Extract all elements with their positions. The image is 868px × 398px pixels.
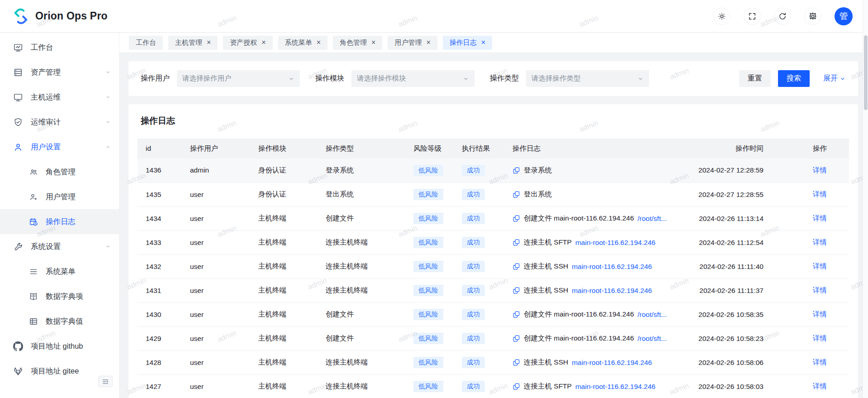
close-icon[interactable]: × bbox=[371, 39, 375, 46]
op-module-select[interactable]: 请选择操作模块 bbox=[351, 70, 474, 87]
tab-workbench[interactable]: 工作台 bbox=[129, 36, 163, 50]
detail-link[interactable]: 详情 bbox=[813, 166, 827, 174]
search-button[interactable]: 搜索 bbox=[778, 70, 810, 87]
close-icon[interactable]: × bbox=[481, 39, 485, 46]
cell-module: 主机终端 bbox=[258, 302, 326, 326]
tab-sys-menu[interactable]: 系统菜单× bbox=[278, 36, 327, 50]
cell-module: 主机终端 bbox=[258, 230, 326, 254]
copy-log-button[interactable] bbox=[512, 263, 520, 270]
detail-link[interactable]: 详情 bbox=[813, 382, 827, 390]
host-icon bbox=[13, 92, 23, 102]
copy-log-button[interactable] bbox=[512, 239, 520, 246]
cell-user: user bbox=[190, 302, 258, 326]
select-placeholder: 请选择操作模块 bbox=[357, 74, 463, 83]
log-link[interactable]: main-root-116.62.194.246 bbox=[575, 239, 655, 247]
scrollbar-thumb[interactable] bbox=[864, 35, 868, 110]
tab-op-log[interactable]: 操作日志× bbox=[443, 36, 492, 50]
detail-link[interactable]: 详情 bbox=[813, 310, 827, 318]
copy-icon bbox=[512, 383, 520, 390]
log-text: 登录系统 bbox=[524, 166, 552, 175]
panel-title: 操作日志 bbox=[141, 115, 849, 127]
op-user-select[interactable]: 请选择操作用户 bbox=[177, 70, 300, 87]
log-table: id操作用户操作模块操作类型风险等级执行结果操作日志操作时间操作 1436adm… bbox=[138, 139, 849, 398]
filter-fields: 操作用户请选择操作用户操作模块请选择操作模块操作类型请选择操作类型 bbox=[141, 70, 664, 87]
cell-action: 详情 bbox=[780, 350, 849, 374]
sidebar-item-dict-value[interactable]: 数据字典值 bbox=[0, 309, 119, 334]
sidebar-item-label: 系统菜单 bbox=[46, 267, 76, 277]
copy-icon bbox=[512, 239, 520, 246]
refresh-button[interactable] bbox=[774, 8, 791, 25]
cell-user: user bbox=[190, 278, 258, 302]
theme-toggle-button[interactable] bbox=[713, 8, 730, 25]
sidebar-item-op-log[interactable]: 操作日志 bbox=[0, 209, 119, 234]
result-badge: 成功 bbox=[462, 237, 485, 248]
cell-id: 1431 bbox=[138, 278, 190, 302]
sidebar-item-user-settings[interactable]: 用户设置 bbox=[0, 134, 119, 159]
table-row: 1430user主机终端创建文件低风险成功创建文件 main-root-116.… bbox=[138, 302, 849, 326]
sidebar-item-host-ops[interactable]: 主机运维 bbox=[0, 85, 119, 110]
op-type-select[interactable]: 请选择操作类型 bbox=[526, 70, 649, 87]
sidebar-item-sys-settings[interactable]: 系统设置 bbox=[0, 234, 119, 259]
cell-risk: 低风险 bbox=[413, 182, 462, 206]
tab-role-mgmt[interactable]: 角色管理× bbox=[333, 36, 382, 50]
detail-link[interactable]: 详情 bbox=[813, 262, 827, 270]
tab-host-mgmt[interactable]: 主机管理× bbox=[168, 36, 218, 50]
log-link[interactable]: main-root-116.62.194.246 bbox=[572, 359, 652, 367]
log-link[interactable]: main-root-116.62.194.246 bbox=[572, 263, 652, 271]
cell-type: 连接主机终端 bbox=[326, 374, 413, 398]
sidebar-item-workbench[interactable]: 工作台 bbox=[0, 35, 119, 60]
log-link[interactable]: /root/sft... bbox=[638, 335, 667, 343]
log-link[interactable]: /root/sft... bbox=[638, 215, 667, 223]
log-link[interactable]: main-root-116.62.194.246 bbox=[572, 287, 652, 295]
table-icon bbox=[29, 317, 38, 326]
close-icon[interactable]: × bbox=[317, 39, 321, 46]
sidebar-collapse-button[interactable] bbox=[98, 376, 113, 387]
detail-link[interactable]: 详情 bbox=[813, 334, 827, 342]
detail-link[interactable]: 详情 bbox=[813, 286, 827, 294]
tab-user-mgmt[interactable]: 用户管理× bbox=[388, 36, 437, 50]
sidebar-item-github[interactable]: 项目地址 github bbox=[0, 334, 119, 359]
settings-button[interactable] bbox=[804, 8, 821, 25]
copy-log-button[interactable] bbox=[512, 215, 520, 222]
reset-button[interactable]: 重置 bbox=[739, 70, 771, 87]
table-row: 1436admin身份认证登录系统低风险成功登录系统2024-02-27 12:… bbox=[138, 158, 849, 182]
sidebar-item-label: 项目地址 gitee bbox=[31, 366, 79, 376]
cell-result: 成功 bbox=[462, 254, 512, 278]
detail-link[interactable]: 详情 bbox=[813, 358, 827, 366]
risk-badge: 低风险 bbox=[413, 357, 443, 368]
tab-label: 资产授权 bbox=[230, 38, 257, 47]
copy-log-button[interactable] bbox=[512, 383, 520, 390]
sidebar-item-dict-item[interactable]: 数据字典项 bbox=[0, 284, 119, 309]
fullscreen-icon bbox=[748, 12, 757, 21]
sidebar-item-user-mgmt[interactable]: 用户管理 bbox=[0, 184, 119, 209]
cell-time: 2024-02-26 11:12:54 bbox=[690, 230, 780, 254]
fullscreen-button[interactable] bbox=[744, 8, 761, 25]
menu-icon bbox=[29, 267, 38, 276]
risk-badge: 低风险 bbox=[413, 165, 443, 176]
sidebar-menu: 工作台资产管理主机运维运维审计用户设置角色管理用户管理操作日志系统设置系统菜单数… bbox=[0, 35, 119, 384]
log-link[interactable]: main-root-116.62.194.246 bbox=[575, 383, 655, 391]
detail-link[interactable]: 详情 bbox=[813, 214, 827, 222]
expand-toggle[interactable]: 展开 bbox=[823, 74, 846, 83]
copy-log-button[interactable] bbox=[512, 287, 520, 294]
cell-user: user bbox=[190, 182, 258, 206]
close-icon[interactable]: × bbox=[426, 39, 430, 46]
sidebar-item-role-mgmt[interactable]: 角色管理 bbox=[0, 159, 119, 184]
close-icon[interactable]: × bbox=[207, 39, 211, 46]
user-avatar[interactable]: 管 bbox=[835, 7, 853, 25]
cell-type: 连接主机终端 bbox=[326, 230, 413, 254]
copy-log-button[interactable] bbox=[512, 191, 520, 198]
copy-log-button[interactable] bbox=[512, 167, 520, 174]
detail-link[interactable]: 详情 bbox=[813, 238, 827, 246]
detail-link[interactable]: 详情 bbox=[813, 190, 827, 198]
sidebar-item-sys-menu[interactable]: 系统菜单 bbox=[0, 259, 119, 284]
risk-badge: 低风险 bbox=[413, 285, 443, 296]
log-link[interactable]: /root/sft... bbox=[638, 311, 667, 319]
copy-log-button[interactable] bbox=[512, 335, 520, 342]
copy-log-button[interactable] bbox=[512, 311, 520, 318]
sidebar-item-ops-audit[interactable]: 运维审计 bbox=[0, 110, 119, 134]
tab-asset-auth[interactable]: 资产授权× bbox=[223, 36, 272, 50]
copy-log-button[interactable] bbox=[512, 359, 520, 366]
close-icon[interactable]: × bbox=[261, 39, 266, 46]
sidebar-item-asset-mgmt[interactable]: 资产管理 bbox=[0, 60, 119, 85]
